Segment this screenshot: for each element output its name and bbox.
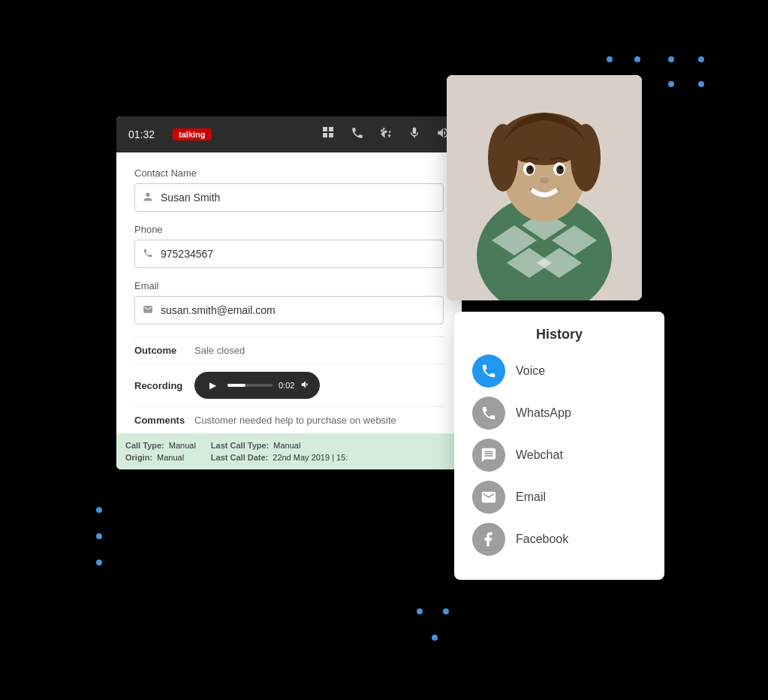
dot-5 bbox=[668, 81, 674, 87]
comments-row: Comments Customer needed help to purchas… bbox=[134, 406, 444, 433]
whatsapp-label: WhatsApp bbox=[516, 406, 571, 420]
contact-name-label: Contact Name bbox=[134, 167, 444, 179]
progress-bar bbox=[227, 384, 273, 387]
dot-2 bbox=[634, 56, 640, 62]
svg-point-20 bbox=[529, 167, 532, 170]
call-type-item: Call Type: Manual bbox=[125, 441, 196, 450]
talking-badge: talking bbox=[173, 128, 211, 140]
whatsapp-icon-circle bbox=[472, 397, 505, 430]
last-call-date-item: Last Call Date: 22nd May 2019 | 15: bbox=[211, 453, 348, 462]
person-illustration bbox=[447, 75, 642, 300]
call-toolbar: 01:32 talking bbox=[116, 116, 462, 152]
last-call-type-key: Last Call Type: bbox=[211, 441, 269, 450]
svg-point-21 bbox=[559, 167, 562, 170]
contact-name-group: Contact Name bbox=[134, 167, 444, 212]
svg-point-18 bbox=[526, 165, 534, 174]
last-call-type-item: Last Call Type: Manual bbox=[211, 441, 348, 450]
dot-6 bbox=[698, 81, 704, 87]
outcome-label: Outcome bbox=[134, 345, 194, 356]
profile-photo bbox=[447, 75, 642, 300]
svg-rect-1 bbox=[329, 127, 333, 131]
email-input[interactable] bbox=[161, 304, 435, 316]
history-title: History bbox=[472, 327, 646, 342]
origin-item: Origin: Manual bbox=[125, 453, 196, 462]
grid-icon[interactable] bbox=[322, 126, 336, 143]
footer-col-2: Last Call Type: Manual Last Call Date: 2… bbox=[211, 441, 348, 462]
svg-point-22 bbox=[540, 177, 549, 183]
email-icon-circle bbox=[472, 481, 505, 514]
dot-11 bbox=[443, 608, 449, 614]
last-call-type-val: Manual bbox=[273, 441, 300, 450]
contact-name-input-wrapper bbox=[134, 183, 444, 212]
voice-label: Voice bbox=[516, 364, 545, 378]
dot-10 bbox=[417, 608, 423, 614]
phone-field-icon bbox=[143, 248, 153, 261]
history-card: History Voice WhatsApp Webchat bbox=[454, 312, 664, 580]
origin-key: Origin: bbox=[125, 453, 152, 462]
dot-9 bbox=[96, 560, 102, 566]
audio-player: ▶ 0:02 bbox=[194, 372, 320, 399]
voice-icon-circle bbox=[472, 355, 505, 388]
svg-point-15 bbox=[571, 124, 601, 192]
dot-3 bbox=[668, 56, 674, 62]
crm-panel: 01:32 talking bbox=[116, 116, 462, 469]
facebook-icon-circle bbox=[472, 523, 505, 556]
dot-7 bbox=[96, 507, 102, 513]
recording-label: Recording bbox=[134, 380, 194, 391]
phone-icon[interactable] bbox=[351, 126, 364, 143]
svg-rect-2 bbox=[323, 133, 327, 137]
history-email-item[interactable]: Email bbox=[472, 481, 646, 514]
call-type-val: Manual bbox=[169, 441, 196, 450]
call-type-key: Call Type: bbox=[125, 441, 164, 450]
time-display: 0:02 bbox=[279, 381, 294, 390]
progress-fill bbox=[227, 384, 245, 387]
history-whatsapp-item[interactable]: WhatsApp bbox=[472, 397, 646, 430]
shuffle-icon[interactable] bbox=[379, 126, 393, 143]
comments-text: Customer needed help to purchase on webs… bbox=[194, 415, 396, 426]
webchat-icon-circle bbox=[472, 439, 505, 472]
player-volume-icon[interactable] bbox=[300, 379, 311, 392]
facebook-label: Facebook bbox=[516, 533, 568, 546]
email-group: Email bbox=[134, 280, 444, 324]
email-history-label: Email bbox=[516, 490, 546, 504]
webchat-label: Webchat bbox=[516, 448, 563, 462]
play-button[interactable]: ▶ bbox=[203, 376, 221, 394]
call-timer: 01:32 bbox=[128, 128, 155, 140]
phone-input-wrapper bbox=[134, 240, 444, 268]
svg-point-14 bbox=[488, 124, 518, 192]
svg-point-19 bbox=[556, 165, 564, 174]
dot-4 bbox=[698, 56, 704, 62]
svg-rect-0 bbox=[323, 127, 327, 131]
recording-row: Recording ▶ 0:02 bbox=[134, 364, 444, 406]
phone-group: Phone bbox=[134, 224, 444, 268]
person-icon bbox=[143, 192, 153, 204]
outcome-value: Sale closed bbox=[194, 345, 245, 356]
origin-val: Manual bbox=[157, 453, 184, 462]
email-label: Email bbox=[134, 280, 444, 291]
history-webchat-item[interactable]: Webchat bbox=[472, 439, 646, 472]
contact-name-input[interactable] bbox=[161, 192, 435, 204]
dot-8 bbox=[96, 533, 102, 539]
outcome-row: Outcome Sale closed bbox=[134, 336, 444, 364]
history-voice-item[interactable]: Voice bbox=[472, 355, 646, 388]
last-call-date-key: Last Call Date: bbox=[211, 453, 268, 462]
profile-photo-card bbox=[447, 75, 642, 300]
mic-icon[interactable] bbox=[408, 126, 421, 143]
last-call-date-val: 22nd May 2019 | 15: bbox=[273, 453, 348, 462]
history-facebook-item[interactable]: Facebook bbox=[472, 523, 646, 556]
comments-label: Comments bbox=[134, 415, 194, 426]
svg-rect-3 bbox=[329, 133, 333, 137]
contact-form: Contact Name Phone bbox=[116, 152, 462, 433]
phone-input[interactable] bbox=[161, 248, 435, 260]
email-input-wrapper bbox=[134, 296, 444, 324]
dot-1 bbox=[607, 56, 613, 62]
footer-info: Call Type: Manual Origin: Manual Last Ca… bbox=[116, 433, 462, 469]
email-field-icon bbox=[143, 304, 153, 317]
dot-12 bbox=[432, 635, 438, 641]
footer-col-1: Call Type: Manual Origin: Manual bbox=[125, 441, 196, 462]
phone-label: Phone bbox=[134, 224, 444, 235]
